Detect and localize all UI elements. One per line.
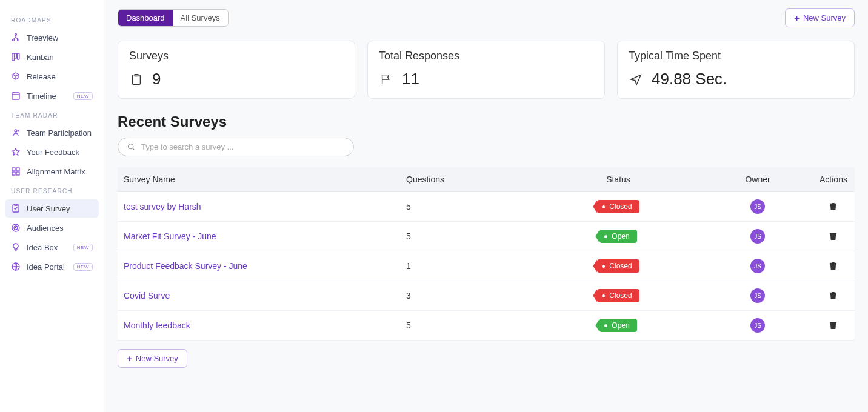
target-icon	[11, 223, 21, 233]
sidebar-item-label: Release	[27, 72, 56, 81]
new-survey-button-bottom[interactable]: + New Survey	[118, 349, 187, 368]
globe-icon	[11, 262, 21, 271]
tab-dashboard[interactable]: Dashboard	[118, 10, 173, 26]
owner-avatar[interactable]: JS	[750, 259, 765, 273]
status-badge: Closed	[597, 259, 639, 273]
stat-title: Total Responses	[379, 50, 593, 62]
clipboard-check-icon	[11, 204, 21, 213]
svg-rect-6	[12, 93, 19, 99]
col-header-owner: Owner	[703, 174, 812, 184]
stat-card-surveys: Surveys 9	[118, 41, 355, 99]
sidebar-item-audiences[interactable]: Audiences	[5, 219, 99, 237]
new-badge: NEW	[73, 92, 93, 100]
delete-button[interactable]	[829, 261, 838, 271]
new-survey-label: New Survey	[136, 354, 178, 363]
col-header-status: Status	[533, 174, 703, 184]
plus-icon: +	[127, 353, 132, 364]
stat-value: 9	[152, 70, 161, 88]
svg-point-18	[129, 144, 133, 149]
questions-count: 5	[406, 231, 533, 241]
stat-title: Surveys	[129, 50, 344, 62]
search-input[interactable]	[141, 142, 344, 151]
sidebar-item-idea-portal[interactable]: Idea Portal NEW	[5, 258, 99, 276]
col-header-actions: Actions	[812, 174, 855, 184]
sidebar-item-label: Kanban	[27, 53, 54, 62]
owner-avatar[interactable]: JS	[750, 288, 765, 303]
sidebar-item-label: Idea Portal	[27, 262, 65, 271]
star-icon	[11, 147, 21, 157]
cube-icon	[11, 71, 21, 81]
delete-button[interactable]	[829, 291, 838, 301]
sidebar: ROADMAPS Treeview Kanban Release Timelin…	[0, 0, 104, 412]
questions-count: 1	[406, 261, 533, 271]
owner-avatar[interactable]: JS	[750, 318, 765, 333]
surveys-table: Survey Name Questions Status Owner Actio…	[118, 167, 855, 341]
sidebar-item-label: Alignment Matrix	[27, 167, 85, 176]
section-title-roadmaps: ROADMAPS	[5, 11, 99, 28]
sidebar-item-label: User Survey	[27, 204, 70, 213]
sidebar-item-kanban[interactable]: Kanban	[5, 48, 99, 66]
tab-group: Dashboard All Surveys	[118, 9, 229, 27]
new-survey-button-top[interactable]: + New Survey	[785, 8, 855, 27]
sidebar-item-idea-box[interactable]: Idea Box NEW	[5, 238, 99, 256]
survey-link[interactable]: Market Fit Survey - June	[124, 231, 216, 241]
svg-rect-11	[16, 172, 19, 175]
send-icon	[629, 72, 643, 87]
top-row: Dashboard All Surveys + New Survey	[118, 8, 855, 27]
sidebar-item-alignment-matrix[interactable]: Alignment Matrix	[5, 162, 99, 181]
clipboard-icon	[129, 72, 144, 87]
sidebar-item-label: Treeview	[27, 33, 58, 42]
stat-title: Typical Time Spent	[629, 50, 843, 62]
status-badge: Open	[599, 319, 636, 332]
sidebar-item-team-participation[interactable]: Team Participation	[5, 124, 99, 142]
delete-button[interactable]	[829, 321, 838, 330]
table-row: Covid Surve3ClosedJS	[118, 281, 855, 311]
svg-point-15	[16, 228, 16, 228]
col-header-questions: Questions	[406, 174, 533, 184]
sidebar-item-label: Audiences	[27, 224, 64, 233]
questions-count: 3	[406, 291, 533, 301]
table-row: test survey by Harsh5ClosedJS	[118, 192, 855, 222]
status-badge: Closed	[597, 289, 639, 302]
sidebar-item-label: Your Feedback	[27, 148, 79, 157]
plus-icon: +	[794, 13, 800, 23]
sidebar-item-timeline[interactable]: Timeline NEW	[5, 87, 99, 105]
new-badge: NEW	[73, 263, 93, 271]
main-content: Dashboard All Surveys + New Survey Surve…	[104, 0, 868, 412]
status-badge: Open	[599, 230, 636, 243]
search-box[interactable]	[118, 138, 354, 156]
survey-link[interactable]: Product Feedback Survey - June	[124, 261, 247, 271]
owner-avatar[interactable]: JS	[750, 229, 765, 244]
sidebar-item-label: Timeline	[27, 91, 56, 101]
participation-icon	[11, 128, 21, 138]
kanban-icon	[11, 52, 21, 62]
survey-link[interactable]: test survey by Harsh	[124, 202, 201, 211]
sidebar-item-user-survey[interactable]: User Survey	[5, 199, 99, 218]
svg-point-0	[15, 34, 17, 36]
sidebar-item-treeview[interactable]: Treeview	[5, 28, 99, 47]
col-header-name: Survey Name	[118, 174, 406, 184]
section-team-radar: TEAM RADAR Team Participation Your Feedb…	[5, 106, 99, 181]
table-row: Product Feedback Survey - June1ClosedJS	[118, 251, 855, 281]
sidebar-item-label: Team Participation	[27, 128, 92, 138]
stats-row: Surveys 9 Total Responses 11 Typical Tim…	[118, 41, 855, 99]
owner-avatar[interactable]: JS	[750, 199, 765, 214]
stat-value: 49.88 Sec.	[652, 70, 727, 88]
section-title-user-research: USER RESEARCH	[5, 182, 99, 199]
stat-card-time: Typical Time Spent 49.88 Sec.	[617, 41, 855, 99]
questions-count: 5	[406, 202, 533, 211]
delete-button[interactable]	[829, 202, 838, 211]
table-header: Survey Name Questions Status Owner Actio…	[118, 167, 855, 192]
table-row: Monthly feedback5OpenJS	[118, 311, 855, 341]
sidebar-item-release[interactable]: Release	[5, 67, 99, 85]
svg-rect-4	[15, 53, 17, 58]
survey-link[interactable]: Monthly feedback	[124, 321, 190, 330]
tree-icon	[11, 33, 21, 42]
tab-all-surveys[interactable]: All Surveys	[173, 10, 228, 26]
delete-button[interactable]	[829, 231, 838, 241]
table-body: test survey by Harsh5ClosedJSMarket Fit …	[118, 192, 855, 341]
sidebar-item-your-feedback[interactable]: Your Feedback	[5, 143, 99, 161]
sidebar-item-label: Idea Box	[27, 243, 58, 252]
survey-link[interactable]: Covid Surve	[124, 291, 170, 301]
svg-rect-3	[12, 53, 15, 61]
